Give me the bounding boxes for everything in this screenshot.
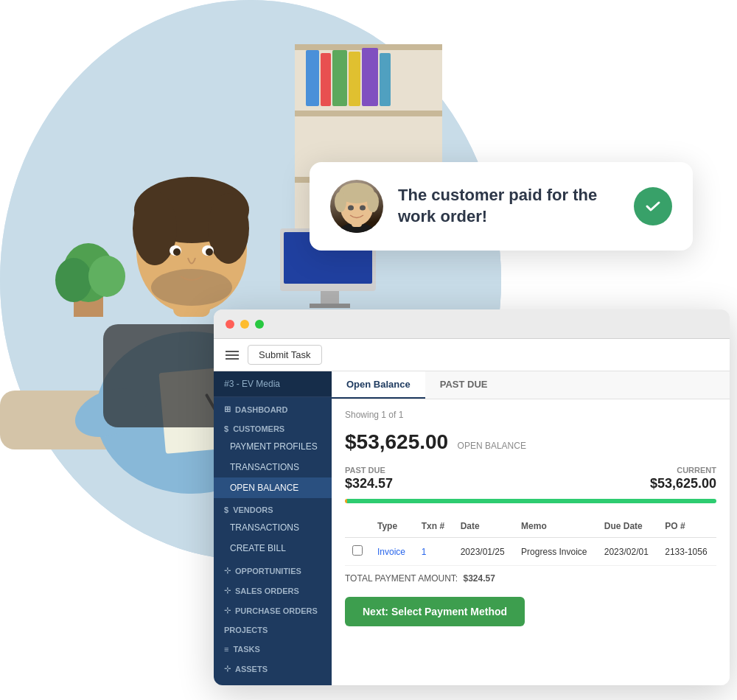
total-row: TOTAL PAYMENT AMOUNT: $324.57 [345,566,716,591]
progress-fill [345,499,716,503]
notification-message: The customer paid for the work order! [398,185,619,227]
col-po: PO # [657,515,716,538]
minimize-button[interactable] [240,320,249,329]
dollar-vendor-icon: $ [224,505,228,514]
notification-text: The customer paid for the work order! [398,185,619,227]
past-due-column: PAST DUE $324.57 [345,466,393,491]
row-txn: 1 [414,538,453,566]
col-txn: Txn # [414,515,453,538]
sidebar-item-open-balance[interactable]: OPEN BALANCE [214,477,332,498]
notification-avatar [330,180,383,233]
past-due-label: PAST DUE [345,466,393,475]
total-label: TOTAL PAYMENT AMOUNT: [345,573,458,584]
sidebar-item-payment-profiles[interactable]: PAYMENT PROFILES [214,436,332,457]
main-content: Open Balance PAST DUE Showing 1 of 1 $53… [332,371,730,685]
tasks-icon: ≡ [224,645,228,654]
tab-open-balance[interactable]: Open Balance [332,371,425,399]
svg-point-43 [360,206,366,211]
total-amount: $324.57 [463,573,495,584]
col-checkbox [345,515,370,538]
sidebar-item-sales-orders[interactable]: ⊹ SALES ORDERS [214,578,332,598]
svg-point-33 [173,248,181,256]
showing-count: Showing 1 of 1 [345,410,716,420]
app-body: #3 - EV Media ⊞ DASHBOARD $ CUSTOMERS PA… [214,371,730,685]
sidebar-item-assets[interactable]: ⊹ ASSETS [214,657,332,676]
svg-point-34 [206,248,213,256]
svg-rect-10 [380,53,391,106]
toolbar: Submit Task [214,339,730,371]
sidebar-item-dashboard[interactable]: ⊞ DASHBOARD [214,397,332,417]
balance-row: PAST DUE $324.57 CURRENT $53,625.00 [345,466,716,491]
title-bar [214,309,730,339]
grid-icon: ⊞ [224,405,231,414]
row-due-date: 2023/02/01 [597,538,657,566]
svg-rect-14 [310,304,350,308]
svg-point-17 [55,258,92,302]
svg-point-29 [208,193,249,264]
col-memo: Memo [514,515,597,538]
sidebar-item-opportunities[interactable]: ⊹ OPPORTUNITIES [214,559,332,578]
submit-task-button[interactable]: Submit Task [248,345,322,365]
content-tabs: Open Balance PAST DUE [332,371,730,399]
opp-icon: ⊹ [224,566,231,575]
col-due-date: Due Date [597,515,657,538]
close-button[interactable] [226,320,234,329]
content-area: Showing 1 of 1 $53,625.00 OPEN BALANCE P… [332,399,730,637]
sidebar: #3 - EV Media ⊞ DASHBOARD $ CUSTOMERS PA… [214,371,332,685]
svg-point-28 [133,192,177,265]
notification-card: The customer paid for the work order! [310,162,693,251]
next-payment-button[interactable]: Next: Select Payment Method [345,597,525,626]
app-window: Submit Task #3 - EV Media ⊞ DASHBOARD $ … [214,309,730,685]
row-checkbox[interactable] [352,545,363,556]
svg-rect-5 [306,50,319,106]
po-icon: ⊹ [224,606,231,615]
svg-rect-7 [332,50,347,106]
sidebar-item-customers[interactable]: $ CUSTOMERS [214,417,332,436]
current-label: CURRENT [650,466,716,475]
svg-rect-3 [295,111,442,116]
check-circle-icon [634,187,672,225]
sidebar-item-tasks[interactable]: ≡ TASKS [214,637,332,657]
balance-section: $53,625.00 OPEN BALANCE [345,430,716,454]
balance-progress-bar [345,499,716,503]
col-type: Type [370,515,414,538]
invoice-link[interactable]: Invoice [377,547,405,557]
sidebar-company: #3 - EV Media [214,371,332,397]
current-amount: $53,625.00 [650,476,716,491]
row-type: Invoice [370,538,414,566]
txn-link[interactable]: 1 [422,547,427,557]
menu-icon[interactable] [226,351,239,360]
sidebar-item-transactions-cust[interactable]: TRANSACTIONS [214,457,332,477]
svg-point-40 [335,192,346,212]
dollar-icon: $ [224,424,228,433]
so-icon: ⊹ [224,586,231,595]
assets-icon: ⊹ [224,664,231,673]
sidebar-item-create-bill[interactable]: CREATE BILL [214,538,332,559]
svg-rect-9 [362,48,378,106]
maximize-button[interactable] [255,320,264,329]
invoice-table: Type Txn # Date Memo Due Date PO # [345,515,716,566]
svg-point-42 [348,206,354,211]
svg-point-30 [151,269,232,306]
tab-past-due[interactable]: PAST DUE [425,371,503,399]
svg-rect-6 [321,53,331,106]
svg-rect-8 [349,52,360,106]
row-checkbox-cell [345,538,370,566]
open-balance-label: OPEN BALANCE [458,441,526,451]
row-memo: Progress Invoice [514,538,597,566]
row-date: 2023/01/25 [453,538,514,566]
sidebar-item-projects[interactable]: PROJECTS [214,618,332,637]
sidebar-item-purchase-orders[interactable]: ⊹ PURCHASE ORDERS [214,598,332,618]
past-due-amount: $324.57 [345,476,393,491]
row-po: 2133-1056 [657,538,716,566]
svg-point-18 [88,256,125,297]
current-column: CURRENT $53,625.00 [650,466,716,491]
sidebar-item-transactions-vend[interactable]: TRANSACTIONS [214,517,332,538]
sidebar-item-vendors[interactable]: $ VENDORS [214,498,332,517]
open-balance-amount: $53,625.00 [345,430,448,453]
table-row: Invoice 1 2023/01/25 Progress Invoice 20… [345,538,716,566]
svg-point-41 [367,192,379,212]
col-date: Date [453,515,514,538]
